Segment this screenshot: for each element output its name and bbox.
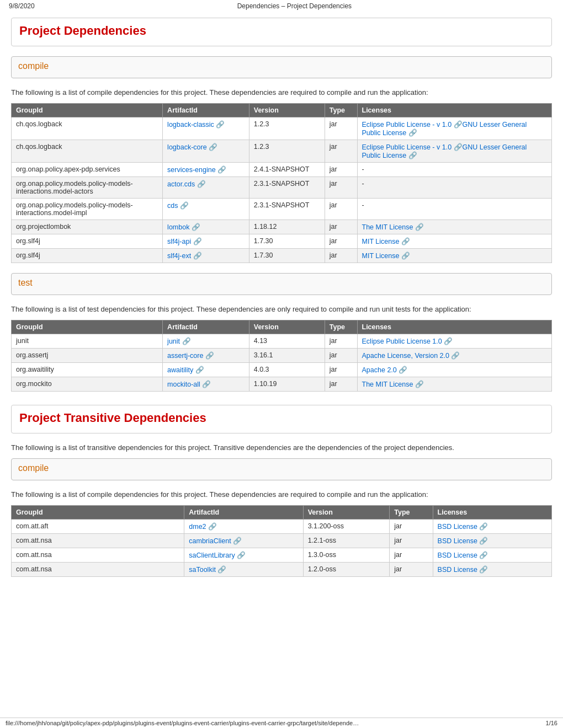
t-col-type: Type <box>390 506 433 520</box>
artifact-link[interactable]: lombok <box>167 223 189 231</box>
table-row: ch.qos.logback logback-core 🔗 1.2.3 jar … <box>12 140 552 163</box>
table-row: ch.qos.logback logback-classic 🔗 1.2.3 j… <box>12 117 552 140</box>
version-cell: 1.10.19 <box>249 377 325 392</box>
license-link[interactable]: The MIT License <box>362 223 413 231</box>
license-link[interactable]: BSD License <box>438 566 477 574</box>
version-cell: 1.7.30 <box>249 249 325 263</box>
version-cell: 1.3.0-oss <box>303 548 390 563</box>
groupid-cell: org.assertj <box>12 349 163 363</box>
t-col-artifactid: ArtifactId <box>184 506 303 520</box>
transitive-compile-subsection: compile <box>11 458 552 480</box>
project-dependencies-title: Project Dependencies <box>19 24 544 38</box>
artifact-link[interactable]: logback-core <box>167 143 207 151</box>
license-cell: BSD License 🔗 <box>433 548 551 563</box>
license-link[interactable]: BSD License <box>438 552 477 559</box>
license-link[interactable]: The MIT License <box>362 381 413 388</box>
artifactid-cell: dme2 🔗 <box>184 520 303 534</box>
table-row: org.assertj assertj-core 🔗 3.16.1 jar Ap… <box>12 349 552 363</box>
license-cell: - <box>357 177 551 199</box>
groupid-cell: ch.qos.logback <box>12 140 163 163</box>
license-cell: Eclipse Public License - v 1.0 🔗GNU Less… <box>357 117 551 140</box>
t-col-licenses: Licenses <box>433 506 551 520</box>
license-link[interactable]: MIT License <box>362 252 400 260</box>
license-cell: Apache License, Version 2.0 🔗 <box>357 349 551 363</box>
artifact-link[interactable]: saToolkit <box>189 566 216 574</box>
artifact-link[interactable]: cds <box>167 202 178 210</box>
table-row: com.att.nsa saClientLibrary 🔗 1.3.0-oss … <box>12 548 552 563</box>
artifact-link[interactable]: assertj-core <box>167 352 203 360</box>
type-cell: jar <box>325 349 357 363</box>
license-link[interactable]: Eclipse Public License - v 1.0 <box>362 121 452 129</box>
test-col-version: Version <box>249 320 325 334</box>
artifactid-cell: lombok 🔗 <box>163 220 249 234</box>
table-row: org.onap.policy.models.policy-models-int… <box>12 199 552 220</box>
version-cell: 2.4.1-SNAPSHOT <box>249 163 325 177</box>
version-cell: 1.7.30 <box>249 234 325 249</box>
version-cell: 1.2.3 <box>249 117 325 140</box>
groupid-cell: com.att.aft <box>12 520 184 534</box>
license-link[interactable]: Apache License, Version 2.0 <box>362 352 449 360</box>
compile-title: compile <box>18 61 545 71</box>
groupid-cell: org.slf4j <box>12 249 163 263</box>
license-link[interactable]: BSD License <box>438 537 477 545</box>
type-cell: jar <box>325 220 357 234</box>
groupid-cell: org.onap.policy.models.policy-models-int… <box>12 177 163 199</box>
artifact-link[interactable]: mockito-all <box>167 381 200 388</box>
t-col-version: Version <box>303 506 390 520</box>
license-cell: - <box>357 163 551 177</box>
type-cell: jar <box>390 563 433 577</box>
artifact-link[interactable]: slf4j-ext <box>167 252 191 260</box>
artifact-link[interactable]: awaitility <box>167 366 193 374</box>
table-row: org.onap.policy.models.policy-models-int… <box>12 177 552 199</box>
license-cell: MIT License 🔗 <box>357 234 551 249</box>
artifact-link[interactable]: actor.cds <box>167 180 195 188</box>
type-cell: jar <box>325 377 357 392</box>
test-title: test <box>18 278 545 288</box>
license-link[interactable]: Eclipse Public License 1.0 <box>362 338 442 345</box>
version-cell: 3.1.200-oss <box>303 520 390 534</box>
version-cell: 1.18.12 <box>249 220 325 234</box>
license-link[interactable]: MIT License <box>362 238 400 245</box>
license-cell: Eclipse Public License - v 1.0 🔗GNU Less… <box>357 140 551 163</box>
table-row: junit junit 🔗 4.13 jar Eclipse Public Li… <box>12 334 552 349</box>
test-subsection: test <box>11 273 552 295</box>
transitive-compile-title: compile <box>18 463 545 473</box>
type-cell: jar <box>390 534 433 548</box>
table-row: com.att.nsa cambriaClient 🔗 1.2.1-oss ja… <box>12 534 552 548</box>
license-cell: BSD License 🔗 <box>433 520 551 534</box>
license-cell: The MIT License 🔗 <box>357 377 551 392</box>
test-table: GroupId ArtifactId Version Type Licenses… <box>11 320 552 392</box>
compile-col-groupid: GroupId <box>12 104 163 117</box>
transitive-title: Project Transitive Dependencies <box>19 411 544 425</box>
license-cell: BSD License 🔗 <box>433 563 551 577</box>
artifact-link[interactable]: saClientLibrary <box>189 552 235 559</box>
license-link[interactable]: BSD License <box>438 523 477 531</box>
test-col-licenses: Licenses <box>357 320 551 334</box>
license-cell: Apache 2.0 🔗 <box>357 363 551 377</box>
artifact-link[interactable]: junit <box>167 338 180 345</box>
type-cell: jar <box>325 249 357 263</box>
license-link[interactable]: Apache 2.0 <box>362 366 397 374</box>
artifact-link[interactable]: dme2 <box>189 523 206 531</box>
test-col-artifactid: ArtifactId <box>163 320 249 334</box>
groupid-cell: junit <box>12 334 163 349</box>
artifactid-cell: cds 🔗 <box>163 199 249 220</box>
artifact-link[interactable]: cambriaClient <box>189 537 231 545</box>
version-cell: 2.3.1-SNAPSHOT <box>249 199 325 220</box>
artifactid-cell: assertj-core 🔗 <box>163 349 249 363</box>
artifactid-cell: logback-classic 🔗 <box>163 117 249 140</box>
artifact-link[interactable]: logback-classic <box>167 121 214 129</box>
type-cell: jar <box>325 234 357 249</box>
groupid-cell: org.mockito <box>12 377 163 392</box>
license-cell: The MIT License 🔗 <box>357 220 551 234</box>
test-description: The following is a list of test dependen… <box>11 305 552 313</box>
version-cell: 1.2.3 <box>249 140 325 163</box>
compile-description: The following is a list of compile depen… <box>11 88 552 97</box>
artifact-link[interactable]: slf4j-api <box>167 238 191 245</box>
license-cell: Eclipse Public License 1.0 🔗 <box>357 334 551 349</box>
license-link[interactable]: Eclipse Public License - v 1.0 <box>362 143 452 151</box>
compile-col-version: Version <box>249 104 325 117</box>
artifact-link[interactable]: services-engine <box>167 166 216 174</box>
type-cell: jar <box>325 140 357 163</box>
groupid-cell: com.att.nsa <box>12 534 184 548</box>
